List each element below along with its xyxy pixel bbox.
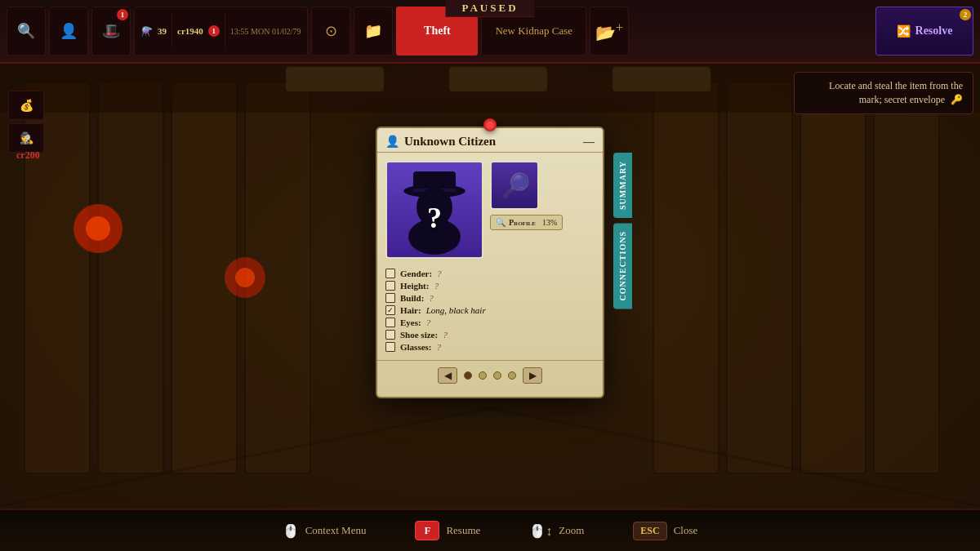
attr-gender-checkbox[interactable] <box>385 269 395 278</box>
card-minimize-button[interactable]: — <box>583 136 595 149</box>
attr-height-checkbox[interactable] <box>385 281 395 291</box>
paused-label: PAUSED <box>445 0 534 17</box>
summary-label: SUMMARY <box>618 161 627 210</box>
attr-glasses: Glasses: ? <box>385 342 595 352</box>
zoom-mouse-icon: 🖱️↕ <box>529 523 552 539</box>
currency-value: cr1940 <box>177 26 203 36</box>
profile-pct-value: 13% <box>542 218 557 227</box>
svg-point-12 <box>235 268 255 287</box>
search-button[interactable]: 🔍 <box>7 7 46 56</box>
new-folder-button[interactable]: 📂+ <box>590 7 629 56</box>
mouse-icon: 🖱️ <box>283 523 299 539</box>
attr-glasses-label: Glasses: <box>400 342 432 352</box>
nav-dot-3[interactable] <box>493 371 501 380</box>
folder-plus-icon: 📂+ <box>595 20 623 42</box>
tab-kidnap-label: New Kidnap Case <box>495 24 572 38</box>
nav-next-button[interactable]: ▶ <box>523 367 542 384</box>
side-icons: cr200 💰 🕵️ <box>8 78 44 153</box>
attr-build-checkbox[interactable] <box>385 293 395 303</box>
tab-connections[interactable]: CONNECTIONS <box>613 223 632 309</box>
fingerprint-box[interactable]: 🔎 <box>490 161 539 210</box>
card-body: ? 🔎 🔍 Profile 13% <box>377 153 603 264</box>
tab-theft-label: Theft <box>424 24 451 38</box>
divider <box>172 15 172 47</box>
side-icon-action[interactable]: 🕵️ <box>8 123 44 153</box>
svg-rect-8 <box>874 82 939 473</box>
profile-button[interactable]: 👤 <box>49 7 88 56</box>
close-key-badge: ESC <box>633 522 666 540</box>
svg-rect-5 <box>653 82 719 473</box>
quest-hint: Locate and steal the item from the mark;… <box>794 72 973 114</box>
card-title: Unknown Citizen <box>404 135 578 149</box>
stats-group: ⚗️ 39 cr1940 1 13:55 MON 01/02/79 <box>134 7 308 56</box>
side-tabs: SUMMARY CONNECTIONS <box>613 153 632 309</box>
money-icon: 💰 <box>20 99 33 113</box>
divider2 <box>225 15 225 47</box>
attr-glasses-checkbox[interactable] <box>385 342 395 352</box>
attr-shoe-size: Shoe size: ? <box>385 330 595 340</box>
resolve-button[interactable]: 🔀 Resolve 2 <box>875 7 973 56</box>
attr-hair-checkbox[interactable] <box>385 305 395 315</box>
dna-icon: ⚗️ <box>141 26 153 37</box>
profile-button[interactable]: 🔍 Profile 13% <box>490 215 563 230</box>
attr-gender: Gender: ? <box>385 269 595 278</box>
attr-height-value: ? <box>434 281 439 291</box>
attr-height-label: Height: <box>400 281 429 291</box>
zoom-action: 🖱️↕ Zoom <box>529 523 584 539</box>
svg-rect-6 <box>727 82 792 473</box>
folder-button[interactable]: 📁 <box>354 7 393 56</box>
quest-text: Locate and steal the item from the mark;… <box>829 80 963 105</box>
nav-dot-4[interactable] <box>508 371 516 380</box>
zoom-label: Zoom <box>559 524 584 537</box>
time-value: 13:55 MON 01/02/79 <box>230 27 301 36</box>
agent-icon: 🕵️ <box>20 131 33 145</box>
nav-dot-1[interactable] <box>464 371 472 380</box>
attr-eyes-value: ? <box>426 318 431 327</box>
attr-build-value: ? <box>429 293 434 303</box>
svg-rect-2 <box>98 82 163 473</box>
portrait-main: ? <box>385 161 483 259</box>
card-header: 👤 Unknown Citizen — <box>377 128 603 153</box>
resume-key-badge: F <box>415 521 439 540</box>
citizen-card: SUMMARY CONNECTIONS 👤 Unknown Citizen — <box>376 127 604 398</box>
resolve-badge: 2 <box>960 9 971 20</box>
svg-rect-17 <box>449 67 547 91</box>
attr-height: Height: ? <box>385 281 595 291</box>
currency-badge: 1 <box>208 25 220 37</box>
close-action[interactable]: ESC Close <box>633 522 697 540</box>
quest-icon: 🔑 <box>951 94 963 105</box>
target-icon: ⊙ <box>325 22 337 40</box>
attr-hair-value: Long, black hair <box>426 305 486 315</box>
svg-rect-16 <box>286 67 384 91</box>
disguise-button[interactable]: 🎩 1 <box>91 7 131 56</box>
portrait-side: 🔎 🔍 Profile 13% <box>490 161 563 259</box>
attr-gender-label: Gender: <box>400 269 432 278</box>
cr-label: cr200 <box>16 149 40 162</box>
resume-action[interactable]: F Resume <box>415 521 480 540</box>
card-person-icon: 👤 <box>385 135 399 149</box>
context-menu-label: Context Menu <box>305 524 367 537</box>
person-icon: 👤 <box>60 22 78 40</box>
folder-icon: 📁 <box>364 22 382 40</box>
nav-dot-2[interactable] <box>479 371 487 380</box>
target-button[interactable]: ⊙ <box>311 7 350 56</box>
disguise-badge: 1 <box>117 9 128 20</box>
close-label: Close <box>674 524 698 537</box>
attr-build-label: Build: <box>400 293 424 303</box>
svg-rect-18 <box>612 67 710 91</box>
attr-build: Build: ? <box>385 293 595 303</box>
side-icon-money[interactable]: 💰 <box>8 91 44 120</box>
profile-label: Profile <box>509 218 536 227</box>
card-navigation: ◀ ▶ <box>377 360 603 390</box>
resume-label: Resume <box>446 524 480 537</box>
attr-hair: Hair: Long, black hair <box>385 305 595 315</box>
tab-summary[interactable]: SUMMARY <box>613 153 632 218</box>
attr-glasses-value: ? <box>437 342 442 352</box>
resolve-label: Resolve <box>915 24 953 38</box>
attr-shoe-size-checkbox[interactable] <box>385 330 395 340</box>
attr-gender-value: ? <box>437 269 442 278</box>
nav-prev-button[interactable]: ◀ <box>438 367 457 384</box>
attr-eyes-checkbox[interactable] <box>385 318 395 327</box>
attr-hair-label: Hair: <box>400 305 421 315</box>
fingerprint-icon: 🔎 <box>500 171 530 200</box>
